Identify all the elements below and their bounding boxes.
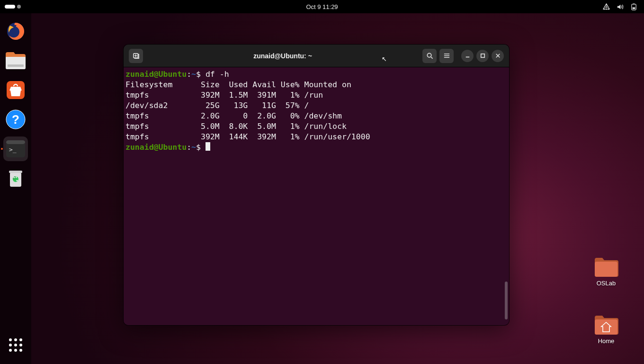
output-row: /dev/sda2 25G 13G 11G 57% / (125, 101, 309, 110)
terminal-icon: >_ (5, 139, 26, 158)
search-icon (426, 52, 433, 59)
firefox-icon (5, 21, 26, 42)
folder-icon (594, 255, 618, 278)
command-text: df -h (206, 70, 229, 79)
terminal-body[interactable]: zunaid@Ubuntu:~$ df -h Filesystem Size U… (124, 67, 509, 325)
output-row: tmpfs 2.0G 0 2.0G 0% /dev/shm (125, 111, 342, 120)
svg-rect-5 (633, 3, 635, 4)
search-button[interactable] (422, 49, 437, 63)
svg-point-25 (19, 344, 22, 346)
scrollbar[interactable] (505, 282, 508, 319)
svg-rect-10 (8, 64, 24, 67)
desktop-folder-label: Home (598, 337, 615, 345)
svg-point-3 (606, 4, 607, 5)
maximize-icon (479, 52, 486, 59)
dock-software[interactable] (3, 78, 28, 102)
svg-point-27 (14, 349, 17, 352)
network-icon (603, 3, 610, 10)
cursor (206, 142, 210, 151)
titlebar[interactable]: zunaid@Ubuntu: ~ (124, 45, 509, 67)
minimize-button[interactable] (461, 50, 474, 62)
software-icon (5, 80, 26, 100)
svg-rect-19 (9, 171, 22, 173)
activities-dot-icon (17, 5, 21, 9)
prompt-path: ~ (191, 70, 196, 79)
menu-button[interactable] (439, 49, 454, 63)
svg-point-22 (19, 338, 22, 341)
svg-point-32 (427, 53, 431, 57)
terminal-window: zunaid@Ubuntu: ~ zunaid@Ubuntu:~$ df -h … (124, 45, 509, 325)
svg-rect-33 (481, 54, 484, 58)
desktop-folder-oslab[interactable]: OSLab (587, 255, 625, 287)
svg-point-1 (606, 8, 607, 9)
svg-point-28 (19, 349, 22, 352)
svg-point-23 (9, 344, 12, 346)
activities-button[interactable] (5, 5, 21, 9)
trash-icon (6, 168, 25, 189)
desktop-folder-label: OSLab (597, 280, 616, 287)
close-button[interactable] (492, 50, 504, 62)
output-row: tmpfs 392M 144K 392M 1% /run/user/1000 (125, 132, 370, 141)
svg-rect-6 (633, 7, 635, 9)
dock-terminal[interactable]: >_ (3, 136, 28, 161)
folder-home-icon (594, 313, 618, 336)
prompt-user: zunaid@Ubuntu (125, 143, 187, 152)
clock[interactable]: Oct 9 11:29 (306, 3, 338, 10)
help-icon: ? (5, 109, 26, 130)
top-bar: Oct 9 11:29 (0, 0, 644, 13)
svg-rect-16 (6, 140, 25, 144)
maximize-button[interactable] (476, 50, 489, 62)
files-icon (5, 51, 27, 70)
activities-pill-icon (5, 5, 15, 9)
svg-rect-9 (6, 57, 26, 69)
svg-point-24 (14, 344, 17, 346)
svg-point-0 (604, 8, 605, 9)
dock: ? >_ (0, 13, 31, 364)
dock-help[interactable]: ? (3, 107, 28, 132)
volume-icon (617, 3, 624, 10)
dock-files[interactable] (3, 48, 28, 73)
output-row: tmpfs 392M 1.5M 391M 1% /run (125, 91, 323, 100)
svg-point-21 (14, 338, 17, 341)
battery-icon (630, 3, 637, 10)
hamburger-icon (443, 52, 450, 59)
dock-trash[interactable] (3, 166, 28, 191)
apps-grid-icon (8, 337, 24, 353)
output-header: Filesystem Size Used Avail Use% Mounted … (125, 80, 351, 89)
minimize-icon (464, 52, 471, 59)
svg-text:>_: >_ (9, 146, 17, 153)
close-icon (494, 52, 501, 59)
svg-text:?: ? (12, 112, 19, 127)
new-tab-button[interactable] (129, 49, 143, 63)
svg-point-20 (9, 338, 12, 341)
window-title: zunaid@Ubuntu: ~ (144, 52, 421, 60)
show-applications-button[interactable] (3, 333, 28, 357)
prompt-user: zunaid@Ubuntu (125, 70, 187, 79)
output-row: tmpfs 5.0M 8.0K 5.0M 1% /run/lock (125, 122, 347, 131)
svg-point-26 (9, 349, 12, 352)
svg-rect-4 (632, 4, 636, 9)
dock-firefox[interactable] (3, 19, 28, 44)
svg-point-2 (608, 8, 609, 9)
desktop-folder-home[interactable]: Home (587, 313, 625, 345)
svg-rect-30 (595, 319, 617, 335)
prompt-path: ~ (191, 143, 196, 152)
svg-rect-29 (595, 262, 617, 277)
system-tray[interactable] (603, 3, 637, 10)
new-tab-icon (133, 52, 140, 59)
